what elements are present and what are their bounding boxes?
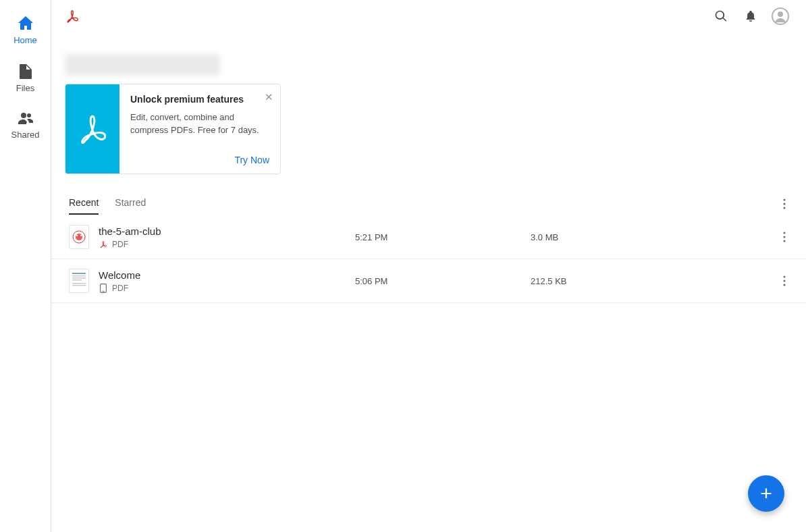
file-more-button[interactable]	[776, 229, 792, 245]
bell-icon	[744, 9, 757, 23]
file-more-button[interactable]	[776, 273, 792, 289]
acrobat-logo-icon	[65, 9, 80, 24]
file-size: 212.5 KB	[531, 276, 776, 286]
svg-point-2	[783, 198, 785, 201]
tab-starred[interactable]: Starred	[115, 193, 146, 215]
search-button[interactable]	[709, 4, 733, 28]
svg-point-4	[783, 207, 785, 209]
file-name: the-5-am-club	[99, 225, 355, 237]
sidebar-item-label: Shared	[11, 130, 40, 140]
svg-point-21	[783, 275, 785, 277]
svg-rect-17	[72, 283, 86, 284]
file-thumbnail	[69, 269, 89, 293]
file-icon	[20, 64, 32, 79]
close-icon: ✕	[265, 91, 273, 103]
file-size: 3.0 MB	[531, 232, 776, 242]
tab-recent[interactable]: Recent	[69, 193, 99, 215]
file-time: 5:21 PM	[355, 232, 531, 242]
shared-icon	[18, 112, 33, 126]
svg-point-3	[783, 203, 785, 205]
sidebar-item-label: Home	[14, 35, 37, 45]
pdf-icon	[99, 240, 108, 249]
more-vertical-icon	[783, 275, 786, 286]
file-row[interactable]: Welcome PDF 5:06 PM 212.5 KB	[51, 259, 806, 303]
sidebar: Home Files Shared	[0, 0, 51, 532]
main-area: ✕ Unlock premium features Edit, convert,…	[51, 0, 806, 532]
search-icon	[714, 9, 728, 23]
more-vertical-icon	[783, 198, 786, 209]
svg-point-23	[783, 284, 785, 286]
promo-cta-link[interactable]: Try Now	[234, 155, 269, 165]
svg-point-7	[76, 235, 78, 236]
promo-card: ✕ Unlock premium features Edit, convert,…	[65, 84, 281, 174]
svg-rect-15	[72, 277, 86, 279]
file-name: Welcome	[99, 269, 355, 281]
svg-point-6	[76, 234, 82, 240]
svg-point-1	[778, 11, 783, 17]
sidebar-item-shared[interactable]: Shared	[0, 105, 51, 152]
svg-point-10	[783, 236, 785, 238]
promo-close-button[interactable]: ✕	[265, 91, 273, 103]
svg-point-8	[80, 235, 82, 236]
svg-point-11	[783, 240, 785, 242]
sidebar-item-home[interactable]: Home	[0, 8, 51, 57]
plus-icon: +	[760, 482, 772, 505]
promo-graphic	[65, 84, 119, 174]
sidebar-item-label: Files	[16, 83, 34, 93]
topbar	[51, 0, 806, 32]
welcome-heading-redacted	[65, 54, 220, 76]
new-document-fab[interactable]: +	[748, 475, 784, 512]
file-thumbnail	[69, 225, 89, 249]
svg-rect-18	[72, 285, 86, 286]
home-icon	[17, 15, 34, 31]
file-type: PDF	[112, 284, 128, 293]
sidebar-item-files[interactable]: Files	[0, 57, 51, 105]
profile-button[interactable]	[768, 4, 792, 28]
file-type: PDF	[112, 240, 128, 249]
notifications-button[interactable]	[738, 4, 763, 28]
file-time: 5:06 PM	[355, 276, 531, 286]
promo-body: Edit, convert, combine and compress PDFs…	[130, 111, 269, 137]
tabs-row: Recent Starred	[69, 193, 792, 215]
svg-rect-16	[72, 280, 82, 281]
profile-icon	[771, 7, 790, 26]
more-vertical-icon	[783, 232, 786, 242]
files-more-button[interactable]	[776, 196, 792, 212]
svg-point-22	[783, 280, 785, 282]
device-icon	[99, 284, 108, 293]
promo-title: Unlock premium features	[130, 94, 269, 105]
svg-rect-14	[72, 275, 86, 277]
file-row[interactable]: the-5-am-club PDF 5:21 PM 3.0 MB	[51, 215, 806, 259]
acrobat-white-icon	[76, 112, 109, 146]
svg-rect-13	[72, 273, 86, 274]
svg-point-9	[783, 232, 785, 234]
